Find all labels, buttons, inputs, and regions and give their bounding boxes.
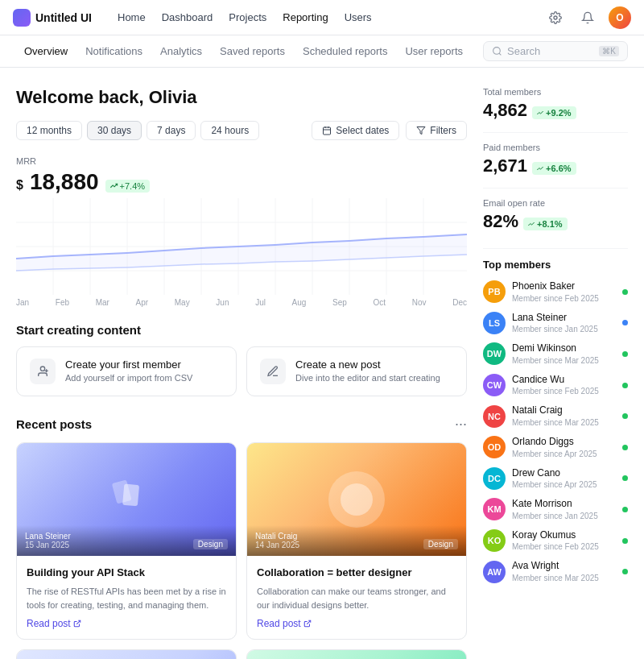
- member-since-1: Member since Jan 2025: [512, 324, 616, 334]
- post-card-3[interactable]: [16, 649, 237, 659]
- post-image-3: [17, 650, 236, 659]
- member-item-5[interactable]: OD Orlando Diggs Member since Apr 2025: [483, 436, 628, 459]
- post-desc-2: Collaboration can make our teams stronge…: [257, 585, 456, 611]
- member-item-8[interactable]: KO Koray Okumus Member since Feb 2025: [483, 529, 628, 553]
- start-creating-title: Start creating content: [16, 323, 467, 337]
- app-logo[interactable]: Untitled UI: [13, 9, 92, 27]
- post-card-1[interactable]: Lana Steiner 15 Jan 2025 Design Building…: [16, 442, 237, 640]
- member-item-6[interactable]: DC Drew Cano Member since Apr 2025: [483, 467, 628, 491]
- subnav-overview[interactable]: Overview: [16, 42, 76, 60]
- top-members-section: Top members PB Phoenix Baker Member sinc…: [483, 259, 628, 583]
- post-image-graphic-1: [102, 475, 151, 524]
- post-content-2: Collaboration = better designer Collabor…: [247, 556, 466, 639]
- member-avatar-0: PB: [483, 280, 506, 303]
- post-read-1[interactable]: Read post: [27, 618, 226, 629]
- stat-total-members: Total members 4,862 +9.2%: [483, 87, 628, 121]
- member-item-2[interactable]: DW Demi Wikinson Member since Mar 2025: [483, 342, 628, 366]
- subnav-notifications[interactable]: Notifications: [77, 42, 151, 60]
- subnav-saved-reports[interactable]: Saved reports: [212, 42, 293, 60]
- member-info-8: Koray Okumus Member since Feb 2025: [512, 529, 616, 553]
- member-item-4[interactable]: NC Natali Craig Member since Mar 2025: [483, 404, 628, 428]
- post-overlay-2: Natali Craig 14 Jan 2025 Design: [247, 525, 466, 556]
- filter-7days[interactable]: 7 days: [147, 121, 196, 140]
- logo-icon: [13, 9, 31, 27]
- settings-button[interactable]: [544, 6, 567, 29]
- time-filters-right: Select dates Filters: [312, 121, 467, 140]
- member-since-3: Member since Feb 2025: [512, 386, 616, 396]
- svg-line-29: [307, 620, 311, 624]
- member-item-0[interactable]: PB Phoenix Baker Member since Feb 2025: [483, 280, 628, 304]
- post-overlay-1: Lana Steiner 15 Jan 2025 Design: [17, 525, 236, 556]
- start-creating-section: Start creating content Create your first…: [16, 323, 467, 396]
- create-member-desc: Add yourself or import from CSV: [65, 373, 192, 383]
- post-content-1: Building your API Stack The rise of REST…: [17, 556, 236, 639]
- stats-section: Total members 4,862 +9.2% Paid members 2…: [483, 87, 628, 232]
- select-dates-button[interactable]: Select dates: [312, 121, 399, 140]
- filters-button[interactable]: Filters: [406, 121, 467, 140]
- filter-30days[interactable]: 30 days: [87, 121, 142, 140]
- chart-labels: Jan Feb Mar Apr May Jun Jul Aug Sep Oct …: [16, 298, 467, 307]
- member-item-3[interactable]: CW Candice Wu Member since Feb 2025: [483, 374, 628, 397]
- post-date-1: 15 Jan 2025: [25, 541, 71, 549]
- member-avatar-8: KO: [483, 529, 506, 552]
- create-member-icon: [30, 359, 56, 384]
- user-avatar[interactable]: O: [609, 6, 631, 29]
- post-card-2[interactable]: Natali Craig 14 Jan 2025 Design Collabor…: [246, 442, 467, 640]
- mrr-number: 18,880: [30, 169, 99, 195]
- search-input[interactable]: [507, 45, 594, 57]
- member-avatar-1: LS: [483, 312, 506, 334]
- mrr-value: $ 18,880 +7.4%: [16, 169, 467, 195]
- subnav-scheduled-reports[interactable]: Scheduled reports: [295, 42, 396, 60]
- create-post-desc: Dive into the editor and start creating: [295, 373, 440, 383]
- member-info-9: Ava Wright Member since Mar 2025: [512, 560, 616, 583]
- nav-home[interactable]: Home: [111, 8, 152, 27]
- nav-reporting[interactable]: Reporting: [276, 8, 334, 27]
- stat-email-open-rate-value: 82% +8.1%: [483, 211, 628, 232]
- notifications-button[interactable]: [576, 6, 599, 29]
- member-avatar-3: CW: [483, 374, 506, 396]
- member-status-dot-3: [622, 383, 628, 388]
- stat-total-members-label: Total members: [483, 87, 628, 97]
- svg-marker-7: [417, 127, 425, 135]
- trend-up-icon: [110, 182, 118, 189]
- member-item-1[interactable]: LS Lana Steiner Member since Jan 2025: [483, 312, 628, 335]
- top-nav: Untitled UI Home Dashboard Projects Repo…: [0, 0, 644, 35]
- create-post-title: Create a new post: [295, 359, 440, 371]
- member-item-7[interactable]: KM Kate Morrison Member since Jan 2025: [483, 498, 628, 521]
- posts-grid-bottom: [16, 649, 467, 659]
- recent-posts-title: Recent posts: [16, 417, 92, 431]
- member-info-0: Phoenix Baker Member since Feb 2025: [512, 280, 616, 304]
- recent-posts-more[interactable]: ···: [455, 416, 467, 433]
- app-name: Untitled UI: [35, 11, 92, 24]
- nav-users[interactable]: Users: [338, 8, 378, 27]
- create-member-card[interactable]: Create your first member Add yourself or…: [16, 346, 237, 396]
- stat-email-open-rate-label: Email open rate: [483, 198, 628, 208]
- filter-12months[interactable]: 12 months: [16, 121, 82, 140]
- trend-icon-2: [537, 165, 543, 172]
- search-icon: [492, 46, 502, 56]
- create-post-card[interactable]: Create a new post Dive into the editor a…: [246, 346, 467, 396]
- post-card-4[interactable]: [246, 649, 467, 659]
- member-status-dot-2: [622, 351, 628, 357]
- create-member-title: Create your first member: [65, 359, 192, 371]
- search-bar[interactable]: ⌘K: [483, 41, 628, 61]
- member-name-5: Orlando Diggs: [512, 436, 616, 449]
- member-status-dot-0: [622, 289, 628, 295]
- stat-paid-members: Paid members 2,671 +6.6%: [483, 143, 628, 176]
- subnav-user-reports[interactable]: User reports: [397, 42, 471, 60]
- member-item-9[interactable]: AW Ava Wright Member since Mar 2025: [483, 560, 628, 583]
- time-filters: 12 months 30 days 7 days 24 hours Select…: [16, 121, 467, 140]
- member-since-7: Member since Jan 2025: [512, 511, 616, 521]
- post-author-2: Natali Craig: [255, 532, 299, 541]
- member-avatar-9: AW: [483, 561, 506, 583]
- member-info-4: Natali Craig Member since Mar 2025: [512, 404, 616, 428]
- nav-dashboard[interactable]: Dashboard: [155, 8, 220, 27]
- filter-24hours[interactable]: 24 hours: [200, 121, 259, 140]
- member-status-dot-4: [622, 413, 628, 419]
- post-graphic-4: [247, 650, 466, 659]
- subnav-analytics[interactable]: Analytics: [152, 42, 210, 60]
- post-read-2[interactable]: Read post: [257, 618, 456, 629]
- top-nav-right: O: [544, 6, 631, 29]
- nav-projects[interactable]: Projects: [222, 8, 273, 27]
- welcome-title: Welcome back, Olivia: [16, 87, 467, 108]
